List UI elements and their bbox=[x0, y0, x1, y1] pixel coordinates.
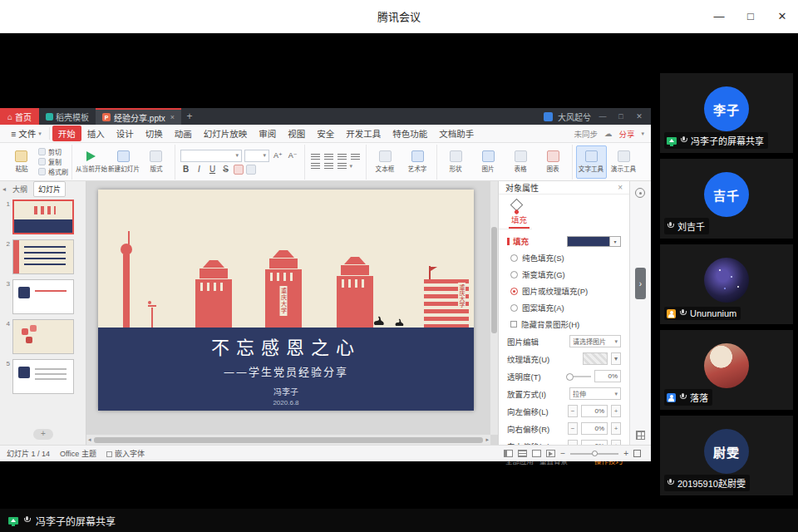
participant-tile-3[interactable]: Unununium bbox=[660, 244, 793, 324]
increment-button[interactable]: + bbox=[611, 422, 621, 435]
tab-special[interactable]: 特色功能 bbox=[387, 126, 433, 141]
option-gradient-fill[interactable]: 渐变填充(G) bbox=[499, 266, 629, 283]
option-pattern-fill[interactable]: 图案填充(A) bbox=[499, 299, 629, 316]
fill-category[interactable]: 填充 bbox=[499, 195, 532, 229]
collapse-properties-tab[interactable]: › bbox=[635, 268, 646, 299]
offset-right-value[interactable]: 0% bbox=[581, 422, 608, 435]
scrollbar-thumb[interactable] bbox=[94, 437, 484, 443]
tab-insert[interactable]: 插入 bbox=[81, 126, 111, 141]
table-button[interactable]: 表格 bbox=[505, 145, 536, 179]
wps-minimize-icon[interactable]: — bbox=[596, 112, 609, 121]
fill-color-swatch[interactable] bbox=[567, 236, 610, 247]
picture-button[interactable]: 图片 bbox=[473, 145, 504, 179]
line-spacing-icon[interactable] bbox=[337, 163, 347, 170]
outline-tab[interactable]: 大纲 bbox=[8, 182, 32, 196]
wps-docer-tab[interactable]: 稻壳模板 bbox=[39, 108, 96, 125]
zoom-out-icon[interactable]: − bbox=[560, 449, 565, 458]
new-slide-button-ribbon[interactable]: 新建幻灯片 bbox=[108, 145, 139, 179]
present-tool-button[interactable]: 演示工具 bbox=[608, 145, 639, 179]
font-embed-toggle[interactable]: 嵌入字体 bbox=[106, 448, 145, 459]
cut-button[interactable]: 剪切 bbox=[38, 147, 68, 156]
fill-color-picker[interactable]: ▾ bbox=[567, 236, 621, 247]
fit-slide-icon[interactable] bbox=[633, 450, 641, 457]
chart-button[interactable]: 图表 bbox=[538, 145, 569, 179]
copy-button[interactable]: 复制 bbox=[38, 157, 68, 166]
slideshow-icon[interactable] bbox=[546, 450, 555, 457]
option-solid-fill[interactable]: 纯色填充(S) bbox=[499, 249, 629, 266]
tab-slideshow[interactable]: 幻灯片放映 bbox=[198, 126, 254, 141]
slide-thumbnail-1[interactable]: 1 bbox=[2, 200, 84, 234]
slide-sorter-icon[interactable] bbox=[518, 450, 527, 457]
tab-view[interactable]: 视图 bbox=[282, 126, 311, 141]
reading-view-icon[interactable] bbox=[532, 450, 541, 457]
participant-tile-5[interactable]: 尉雯 20195910赵尉雯 bbox=[660, 416, 793, 495]
transparency-value[interactable]: 0% bbox=[594, 370, 621, 382]
close-tab-icon[interactable]: × bbox=[170, 113, 175, 121]
share-button[interactable]: 分享 bbox=[618, 128, 634, 140]
tab-home[interactable]: 开始 bbox=[52, 126, 81, 141]
tab-assistant[interactable]: 文档助手 bbox=[433, 126, 480, 141]
font-size-select[interactable]: ▾ bbox=[244, 150, 269, 162]
strikethrough-button[interactable]: S bbox=[220, 165, 231, 174]
decrement-button[interactable]: − bbox=[568, 422, 578, 435]
tab-design[interactable]: 设计 bbox=[111, 126, 140, 141]
texture-preview[interactable] bbox=[583, 352, 608, 365]
picture-edit-dropdown[interactable]: 请选择图片 ▾ bbox=[569, 335, 621, 347]
horizontal-scrollbar[interactable]: ◂ ▸ bbox=[86, 435, 490, 445]
numbered-list-icon[interactable] bbox=[324, 163, 333, 170]
increase-font-button[interactable]: A⁺ bbox=[272, 151, 284, 160]
decrease-font-button[interactable]: A⁻ bbox=[287, 151, 299, 160]
placement-dropdown[interactable]: 拉伸 ▾ bbox=[569, 387, 621, 400]
underline-button[interactable]: U bbox=[207, 165, 218, 174]
sync-status[interactable]: 未同步 bbox=[574, 128, 598, 140]
transparency-slider[interactable] bbox=[566, 376, 591, 377]
offset-left-value[interactable]: 0% bbox=[581, 405, 608, 417]
minimize-button[interactable]: — bbox=[703, 0, 735, 32]
zoom-in-icon[interactable]: + bbox=[623, 449, 628, 458]
participant-tile-2[interactable]: 吉千 刘吉千 bbox=[660, 159, 793, 239]
file-menu[interactable]: ≡ 文件 ▾ bbox=[3, 127, 50, 140]
collapse-ribbon-icon[interactable]: ▾ bbox=[641, 131, 644, 137]
increment-button[interactable]: + bbox=[611, 405, 621, 417]
slide-thumbnail-3[interactable]: 3 bbox=[2, 279, 84, 314]
tab-transition[interactable]: 切换 bbox=[140, 126, 169, 141]
zoom-slider[interactable] bbox=[570, 453, 618, 455]
format-painter-button[interactable]: 格式刷 bbox=[38, 167, 68, 176]
new-tab-button[interactable]: + bbox=[181, 108, 198, 125]
normal-view-icon[interactable] bbox=[504, 450, 513, 457]
close-panel-icon[interactable]: × bbox=[618, 183, 623, 192]
tab-animation[interactable]: 动画 bbox=[169, 126, 198, 141]
scroll-left-icon[interactable]: ◂ bbox=[88, 436, 91, 443]
participant-tile-1[interactable]: 李子 冯李子的屏幕共享 bbox=[660, 73, 793, 153]
align-center-icon[interactable] bbox=[324, 154, 333, 160]
paste-button[interactable]: 粘贴 bbox=[6, 145, 37, 179]
scrollbar-thumb[interactable] bbox=[491, 227, 497, 333]
slide-thumbnail-2[interactable]: 2 bbox=[2, 239, 84, 274]
bold-button[interactable]: B bbox=[180, 165, 191, 174]
new-slide-button[interactable]: + bbox=[33, 429, 53, 440]
texture-dropdown-button[interactable]: ▾ bbox=[611, 352, 621, 365]
close-button[interactable]: ✕ bbox=[766, 0, 798, 32]
vertical-scrollbar[interactable] bbox=[490, 181, 498, 435]
wps-document-tab[interactable]: P 经验分享.pptx × bbox=[96, 108, 181, 125]
decrement-button[interactable]: − bbox=[568, 405, 578, 417]
bullet-list-icon[interactable] bbox=[311, 163, 320, 170]
highlight-color-icon[interactable] bbox=[246, 165, 256, 175]
tab-developer[interactable]: 开发工具 bbox=[340, 126, 387, 141]
wordart-button[interactable]: 艺术字 bbox=[402, 145, 433, 179]
wps-close-icon[interactable]: ✕ bbox=[633, 112, 646, 121]
grid-view-icon[interactable] bbox=[636, 431, 645, 440]
maximize-button[interactable]: □ bbox=[735, 0, 766, 32]
tab-security[interactable]: 安全 bbox=[311, 126, 340, 141]
wps-home-tab[interactable]: ⌂ 首页 bbox=[0, 108, 39, 125]
italic-button[interactable]: I bbox=[194, 165, 204, 174]
option-hide-background[interactable]: 隐藏背景图形(H) bbox=[499, 316, 629, 332]
layout-button[interactable]: 版式 bbox=[140, 145, 171, 179]
font-family-select[interactable]: ▾ bbox=[180, 150, 242, 162]
zoom-slider-handle[interactable] bbox=[592, 451, 598, 456]
wps-maximize-icon[interactable]: □ bbox=[614, 112, 628, 121]
tab-review[interactable]: 审阅 bbox=[253, 126, 282, 141]
align-right-icon[interactable] bbox=[337, 154, 347, 160]
slide-canvas[interactable]: 重庆大学 重庆大学 不忘感恩之心 bbox=[86, 181, 498, 445]
font-color-icon[interactable] bbox=[234, 165, 244, 175]
